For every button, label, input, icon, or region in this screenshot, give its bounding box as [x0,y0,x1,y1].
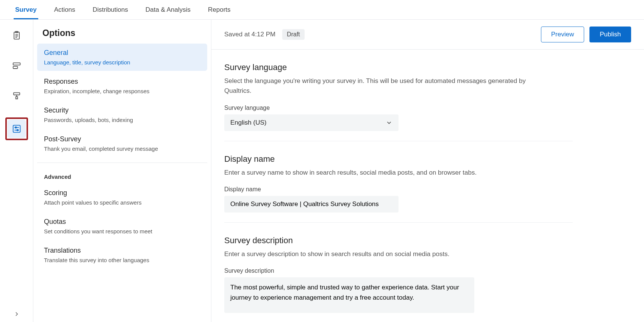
sliders-icon[interactable] [8,120,26,138]
svg-rect-8 [13,125,20,133]
svg-rect-5 [13,63,20,65]
tab-reports[interactable]: Reports [206,1,232,19]
tab-data-analysis[interactable]: Data & Analysis [144,1,192,19]
sidebar-item-translations[interactable]: Translations Translate this survey into … [37,241,207,269]
section-heading: Survey language [224,63,573,72]
field-label: Survey description [224,267,573,274]
sidebar-item-sub: Passwords, uploads, bots, indexing [44,117,200,123]
section-description: Enter a survey description to show in se… [224,249,550,259]
section-display-name: Display name Enter a survey name to show… [224,154,573,223]
sidebar-item-label: Translations [44,247,200,255]
sidebar-item-quotas[interactable]: Quotas Set conditions you want responses… [37,213,207,240]
survey-description-textarea[interactable] [224,277,474,313]
layout-icon[interactable] [8,57,26,75]
tab-actions[interactable]: Actions [53,1,77,19]
rail-expand-button[interactable] [0,311,33,317]
status-badge-draft: Draft [282,29,305,40]
display-name-input[interactable] [224,196,399,213]
brush-icon[interactable] [8,87,26,105]
sidebar-item-label: Post-Survey [44,135,200,143]
chevron-down-icon [386,119,392,126]
sidebar-item-label: Security [44,106,200,114]
sidebar-item-sub: Expiration, incomplete, change responses [44,88,200,94]
svg-rect-7 [13,93,19,95]
section-description: Enter a survey name to show in search re… [224,168,550,178]
options-sidebar: Options General Language, title, survey … [33,20,211,322]
sidebar-divider [37,163,207,163]
clipboard-icon[interactable] [8,27,26,45]
main-header: Saved at 4:12 PM Draft Preview Publish [211,20,644,50]
field-label: Display name [224,186,573,193]
options-title: Options [37,28,207,44]
sidebar-advanced-header: Advanced [37,167,207,184]
main-panel: Saved at 4:12 PM Draft Preview Publish S… [211,20,644,322]
select-value: English (US) [230,119,266,127]
left-icon-rail [0,20,33,322]
sidebar-item-sub: Attach point values to specific answers [44,199,200,206]
svg-rect-0 [14,32,19,39]
sidebar-item-sub: Set conditions you want responses to mee… [44,228,200,234]
section-survey-language: Survey language Select the language you'… [224,63,573,141]
options-icon-highlight [5,117,28,140]
sidebar-item-sub: Thank you email, completed survey messag… [44,145,200,152]
sidebar-item-scoring[interactable]: Scoring Attach point values to specific … [37,184,207,211]
sidebar-item-sub: Translate this survey into other languag… [44,257,200,263]
svg-rect-6 [13,66,17,69]
sidebar-item-post-survey[interactable]: Post-Survey Thank you email, completed s… [37,130,207,157]
section-description: Select the language you're writing your … [224,76,550,96]
top-nav-tabs: Survey Actions Distributions Data & Anal… [0,0,644,20]
section-heading: Survey description [224,236,573,245]
sidebar-item-label: General [44,49,200,57]
survey-language-select[interactable]: English (US) [224,114,399,131]
sidebar-item-label: Quotas [44,218,200,226]
tab-survey[interactable]: Survey [14,1,38,19]
sidebar-item-label: Responses [44,78,200,86]
sidebar-item-general[interactable]: General Language, title, survey descript… [37,44,207,71]
field-label: Survey language [224,105,573,111]
sidebar-item-security[interactable]: Security Passwords, uploads, bots, index… [37,101,207,128]
sidebar-item-responses[interactable]: Responses Expiration, incomplete, change… [37,72,207,100]
sidebar-item-label: Scoring [44,189,200,197]
tab-distributions[interactable]: Distributions [91,1,130,19]
section-heading: Display name [224,154,573,164]
saved-timestamp: Saved at 4:12 PM [224,31,275,38]
preview-button[interactable]: Preview [541,27,584,42]
section-survey-description: Survey description Enter a survey descri… [224,236,573,322]
publish-button[interactable]: Publish [589,27,631,42]
main-content: Survey language Select the language you'… [211,50,644,322]
sidebar-item-sub: Language, title, survey description [44,59,200,66]
